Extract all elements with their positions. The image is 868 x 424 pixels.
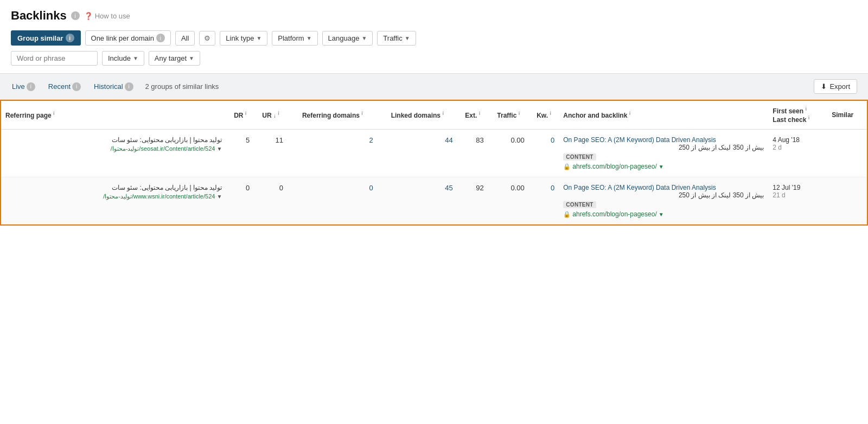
col-dr: DR i	[226, 101, 254, 130]
platform-dropdown[interactable]: Platform ▼	[272, 31, 317, 46]
page-title: Backlinks	[11, 9, 67, 23]
lock-icon-0: 🔒	[563, 163, 571, 170]
language-chevron-icon: ▼	[361, 35, 367, 41]
col-first-seen: First seen i Last check i	[768, 101, 827, 130]
backlinks-table: Referring page i DR i UR ↓ i Referring d…	[1, 101, 867, 224]
traffic-chevron-icon: ▼	[405, 35, 410, 41]
content-badge-1: CONTENT	[563, 201, 596, 208]
how-to-use-link[interactable]: ❓ How to use	[84, 12, 130, 20]
one-link-per-domain-button[interactable]: One link per domain i	[85, 30, 171, 46]
export-button[interactable]: ⬇ Export	[814, 79, 857, 94]
tab-historical[interactable]: Historical i	[91, 81, 136, 92]
cell-referring-domains-0[interactable]: 2	[288, 130, 378, 177]
cell-dr-0: 5	[226, 130, 254, 177]
anchor-rtl-0: بیش از 350 لینک از بیش از 250	[563, 144, 764, 151]
cell-ext-0: 83	[457, 130, 488, 177]
backlinks-table-container: Referring page i DR i UR ↓ i Referring d…	[0, 100, 868, 226]
cell-dates-0: 4 Aug '18 2 d	[768, 130, 827, 177]
col-ext: Ext. i	[457, 101, 488, 130]
tab-live[interactable]: Live i	[9, 81, 39, 92]
col-anchor-backlink: Anchor and backlink i	[559, 101, 768, 130]
referring-title-0: تولید محتوا | بازاریابی محتوایی: سئو سات	[5, 136, 222, 144]
col-ur: UR ↓ i	[254, 101, 288, 130]
cell-traffic-0: 0.00	[488, 130, 529, 177]
col-similar: Similar	[827, 101, 867, 130]
title-info-icon: i	[71, 11, 80, 20]
group-similar-info-icon: i	[66, 34, 74, 42]
include-chevron-icon: ▼	[133, 55, 138, 61]
col-referring-page: Referring page i	[1, 101, 226, 130]
platform-chevron-icon: ▼	[307, 35, 312, 41]
question-icon: ❓	[84, 12, 93, 20]
cell-anchor-0: On Page SEO: A (2M Keyword) Data Driven …	[559, 130, 768, 177]
tabs-bar: Live i Recent i Historical i 2 groups of…	[0, 73, 868, 100]
cell-linked-domains-1[interactable]: 45	[378, 177, 457, 225]
live-info-icon: i	[27, 82, 35, 91]
cell-kw-0[interactable]: 0	[529, 130, 559, 177]
word-or-phrase-input[interactable]	[11, 51, 98, 66]
anchor-title-link-0[interactable]: On Page SEO: A (2M Keyword) Data Driven …	[563, 136, 764, 144]
tabs-summary: 2 groups of similar links	[145, 82, 219, 91]
anchor-url-link-1[interactable]: 🔒 ahrefs.com/blog/on-pageseo/ ▼	[563, 210, 764, 218]
language-dropdown[interactable]: Language ▼	[322, 31, 373, 46]
cell-traffic-1: 0.00	[488, 177, 529, 225]
link-type-chevron-icon: ▼	[256, 35, 261, 41]
cell-referring-page-0: تولید محتوا | بازاریابی محتوایی: سئو سات…	[1, 130, 226, 177]
traffic-dropdown[interactable]: Traffic ▼	[377, 31, 416, 46]
filter-row: Include ▼ Any target ▼	[11, 51, 857, 66]
cell-similar-0	[827, 130, 867, 177]
cell-referring-domains-1[interactable]: 0	[288, 177, 378, 225]
cell-anchor-1: On Page SEO: A (2M Keyword) Data Driven …	[559, 177, 768, 225]
anchor-url-chevron-1: ▼	[659, 211, 664, 217]
col-referring-domains: Referring domains i	[288, 101, 378, 130]
table-row: تولید محتوا | بازاریابی محتوایی: سئو سات…	[1, 177, 867, 225]
gear-icon: ⚙	[204, 34, 210, 42]
group-similar-button[interactable]: Group similar i	[11, 30, 81, 46]
cell-ext-1: 92	[457, 177, 488, 225]
last-check-0: 2 d	[773, 144, 823, 151]
cell-kw-1[interactable]: 0	[529, 177, 559, 225]
any-target-dropdown[interactable]: Any target ▼	[149, 51, 200, 66]
cell-ur-1: 0	[254, 177, 288, 225]
first-seen-1: 12 Jul '19	[773, 184, 823, 191]
anchor-title-link-1[interactable]: On Page SEO: A (2M Keyword) Data Driven …	[563, 184, 764, 191]
any-target-chevron-icon: ▼	[189, 55, 194, 61]
recent-info-icon: i	[72, 82, 81, 91]
anchor-url-link-0[interactable]: 🔒 ahrefs.com/blog/on-pageseo/ ▼	[563, 163, 764, 170]
anchor-rtl-1: بیش از 350 لینک از بیش از 250	[563, 191, 764, 199]
cell-dr-1: 0	[226, 177, 254, 225]
last-check-1: 21 d	[773, 191, 823, 199]
include-dropdown[interactable]: Include ▼	[102, 51, 144, 66]
content-badge-0: CONTENT	[563, 153, 596, 160]
referring-url-0[interactable]: ▼ seosat.ir/Content/article/524/تولید-مح…	[5, 145, 222, 152]
link-type-dropdown[interactable]: Link type ▼	[220, 31, 267, 46]
settings-button[interactable]: ⚙	[199, 31, 215, 46]
cell-dates-1: 12 Jul '19 21 d	[768, 177, 827, 225]
toolbar-row: Group similar i One link per domain i Al…	[11, 30, 857, 46]
tabs-left: Live i Recent i Historical i 2 groups of…	[9, 81, 219, 92]
table-header-row: Referring page i DR i UR ↓ i Referring d…	[1, 101, 867, 130]
cell-similar-1	[827, 177, 867, 225]
table-row: تولید محتوا | بازاریابی محتوایی: سئو سات…	[1, 130, 867, 177]
tab-recent[interactable]: Recent i	[45, 81, 84, 92]
cell-ur-0: 11	[254, 130, 288, 177]
col-kw: Kw. i	[529, 101, 559, 130]
anchor-url-chevron-0: ▼	[659, 164, 664, 170]
lock-icon-1: 🔒	[563, 211, 571, 218]
one-link-info-icon: i	[156, 34, 165, 42]
ur-sort-icon: ↓	[273, 113, 276, 119]
all-button[interactable]: All	[175, 31, 195, 46]
export-icon: ⬇	[821, 82, 827, 91]
col-linked-domains: Linked domains i	[378, 101, 457, 130]
url-chevron-icon-0: ▼	[216, 146, 222, 152]
historical-info-icon: i	[125, 82, 133, 91]
url-chevron-icon-1: ▼	[216, 194, 222, 200]
referring-url-1[interactable]: ▼ www.wsni.ir/content/article/524/تولید-…	[5, 193, 222, 200]
first-seen-0: 4 Aug '18	[773, 136, 823, 144]
cell-referring-page-1: تولید محتوا | بازاریابی محتوایی: سئو سات…	[1, 177, 226, 225]
col-traffic: Traffic i	[488, 101, 529, 130]
referring-title-1: تولید محتوا | بازاریابی محتوایی: سئو سات	[5, 184, 222, 191]
cell-linked-domains-0[interactable]: 44	[378, 130, 457, 177]
